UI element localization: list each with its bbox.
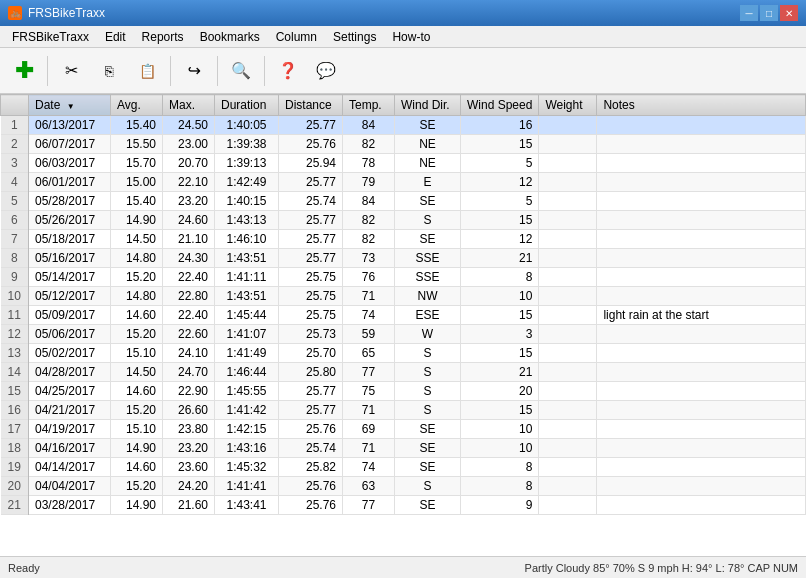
table-cell bbox=[539, 382, 597, 401]
table-cell: 26.60 bbox=[163, 401, 215, 420]
table-row[interactable]: 306/03/201715.7020.701:39:1325.9478NE5 bbox=[1, 154, 806, 173]
table-cell: 25.75 bbox=[279, 306, 343, 325]
col-header-winddir[interactable]: Wind Dir. bbox=[395, 95, 461, 116]
table-row[interactable]: 905/14/201715.2022.401:41:1125.7576SSE8 bbox=[1, 268, 806, 287]
col-header-date[interactable]: Date ▼ bbox=[29, 95, 111, 116]
table-row[interactable]: 1305/02/201715.1024.101:41:4925.7065S15 bbox=[1, 344, 806, 363]
table-row[interactable]: 2004/04/201715.2024.201:41:4125.7663S8 bbox=[1, 477, 806, 496]
col-header-max[interactable]: Max. bbox=[163, 95, 215, 116]
toolbar-separator-3 bbox=[217, 56, 218, 86]
table-row[interactable]: 406/01/201715.0022.101:42:4925.7779E12 bbox=[1, 173, 806, 192]
title-bar-left: 🚲 FRSBikeTraxx bbox=[8, 6, 105, 20]
table-row[interactable]: 1604/21/201715.2026.601:41:4225.7771S15 bbox=[1, 401, 806, 420]
cut-icon: ✂ bbox=[65, 61, 78, 80]
col-header-weight[interactable]: Weight bbox=[539, 95, 597, 116]
note-button[interactable]: 💬 bbox=[308, 53, 344, 89]
table-cell: 1:41:49 bbox=[215, 344, 279, 363]
table-cell bbox=[597, 268, 806, 287]
table-row[interactable]: 2103/28/201714.9021.601:43:4125.7677SE9 bbox=[1, 496, 806, 515]
table-cell: 25.76 bbox=[279, 496, 343, 515]
copy-button[interactable]: ⎘ bbox=[91, 53, 127, 89]
table-row[interactable]: 705/18/201714.5021.101:46:1025.7782SE12 bbox=[1, 230, 806, 249]
table-cell bbox=[539, 287, 597, 306]
table-cell bbox=[539, 325, 597, 344]
help-button[interactable]: ❓ bbox=[270, 53, 306, 89]
table-cell: 23.60 bbox=[163, 458, 215, 477]
table-cell: 21 bbox=[461, 249, 539, 268]
table-row[interactable]: 1704/19/201715.1023.801:42:1525.7669SE10 bbox=[1, 420, 806, 439]
minimize-button[interactable]: ─ bbox=[740, 5, 758, 21]
table-cell: 14.80 bbox=[111, 249, 163, 268]
table-row[interactable]: 1105/09/201714.6022.401:45:4425.7574ESE1… bbox=[1, 306, 806, 325]
note-icon: 💬 bbox=[316, 61, 336, 80]
table-cell: 20 bbox=[461, 382, 539, 401]
toolbar: ✚ ✂ ⎘ 📋 ↩ 🔍 ❓ 💬 bbox=[0, 48, 806, 94]
table-cell: 74 bbox=[343, 306, 395, 325]
table-cell: 05/28/2017 bbox=[29, 192, 111, 211]
table-row[interactable]: 1205/06/201715.2022.601:41:0725.7359W3 bbox=[1, 325, 806, 344]
table-cell: 15.70 bbox=[111, 154, 163, 173]
col-header-avg[interactable]: Avg. bbox=[111, 95, 163, 116]
col-header-windspeed[interactable]: Wind Speed bbox=[461, 95, 539, 116]
table-wrapper[interactable]: Date ▼ Avg. Max. Duration Distance Temp.… bbox=[0, 94, 806, 556]
close-button[interactable]: ✕ bbox=[780, 5, 798, 21]
table-cell: S bbox=[395, 401, 461, 420]
menu-item-reports[interactable]: Reports bbox=[134, 26, 192, 47]
table-row[interactable]: 106/13/201715.4024.501:40:0525.7784SE16 bbox=[1, 116, 806, 135]
table-cell: 25.70 bbox=[279, 344, 343, 363]
table-cell: 25.76 bbox=[279, 420, 343, 439]
table-row[interactable]: 1504/25/201714.6022.901:45:5525.7775S20 bbox=[1, 382, 806, 401]
paste-button[interactable]: 📋 bbox=[129, 53, 165, 89]
table-cell: 21 bbox=[461, 363, 539, 382]
table-cell: 05/12/2017 bbox=[29, 287, 111, 306]
menu-item-howto[interactable]: How-to bbox=[384, 26, 438, 47]
menu-item-edit[interactable]: Edit bbox=[97, 26, 134, 47]
table-row[interactable]: 1804/16/201714.9023.201:43:1625.7471SE10 bbox=[1, 439, 806, 458]
table-row[interactable]: 805/16/201714.8024.301:43:5125.7773SSE21 bbox=[1, 249, 806, 268]
table-cell: 6 bbox=[1, 211, 29, 230]
table-cell bbox=[539, 477, 597, 496]
table-cell: SE bbox=[395, 458, 461, 477]
table-cell: 14.90 bbox=[111, 211, 163, 230]
table-cell: 59 bbox=[343, 325, 395, 344]
table-cell bbox=[597, 458, 806, 477]
maximize-button[interactable]: □ bbox=[760, 5, 778, 21]
menu-item-column[interactable]: Column bbox=[268, 26, 325, 47]
menu-item-bookmarks[interactable]: Bookmarks bbox=[192, 26, 268, 47]
table-cell: 20 bbox=[1, 477, 29, 496]
col-header-temp[interactable]: Temp. bbox=[343, 95, 395, 116]
table-row[interactable]: 1404/28/201714.5024.701:46:4425.8077S21 bbox=[1, 363, 806, 382]
table-cell: 77 bbox=[343, 363, 395, 382]
undo-button[interactable]: ↩ bbox=[176, 53, 212, 89]
find-button[interactable]: 🔍 bbox=[223, 53, 259, 89]
table-cell: 05/26/2017 bbox=[29, 211, 111, 230]
new-button[interactable]: ✚ bbox=[6, 53, 42, 89]
table-cell bbox=[597, 496, 806, 515]
table-cell: 1:39:13 bbox=[215, 154, 279, 173]
cut-button[interactable]: ✂ bbox=[53, 53, 89, 89]
table-cell: 21.10 bbox=[163, 230, 215, 249]
table-cell: SE bbox=[395, 230, 461, 249]
table-cell bbox=[539, 211, 597, 230]
table-cell: 25.80 bbox=[279, 363, 343, 382]
table-cell: 78 bbox=[343, 154, 395, 173]
table-cell: SSE bbox=[395, 249, 461, 268]
menu-item-app[interactable]: FRSBikeTraxx bbox=[4, 26, 97, 47]
table-cell: 19 bbox=[1, 458, 29, 477]
col-header-row[interactable] bbox=[1, 95, 29, 116]
table-cell: 25.76 bbox=[279, 135, 343, 154]
new-icon: ✚ bbox=[15, 58, 33, 84]
table-cell bbox=[597, 249, 806, 268]
table-row[interactable]: 206/07/201715.5023.001:39:3825.7682NE15 bbox=[1, 135, 806, 154]
table-cell: 21 bbox=[1, 496, 29, 515]
col-header-distance[interactable]: Distance bbox=[279, 95, 343, 116]
table-cell: 82 bbox=[343, 211, 395, 230]
table-row[interactable]: 1005/12/201714.8022.801:43:5125.7571NW10 bbox=[1, 287, 806, 306]
menu-item-settings[interactable]: Settings bbox=[325, 26, 384, 47]
table-row[interactable]: 605/26/201714.9024.601:43:1325.7782S15 bbox=[1, 211, 806, 230]
table-row[interactable]: 1904/14/201714.6023.601:45:3225.8274SE8 bbox=[1, 458, 806, 477]
col-header-duration[interactable]: Duration bbox=[215, 95, 279, 116]
table-row[interactable]: 505/28/201715.4023.201:40:1525.7484SE5 bbox=[1, 192, 806, 211]
table-cell: 15.20 bbox=[111, 325, 163, 344]
col-header-notes[interactable]: Notes bbox=[597, 95, 806, 116]
